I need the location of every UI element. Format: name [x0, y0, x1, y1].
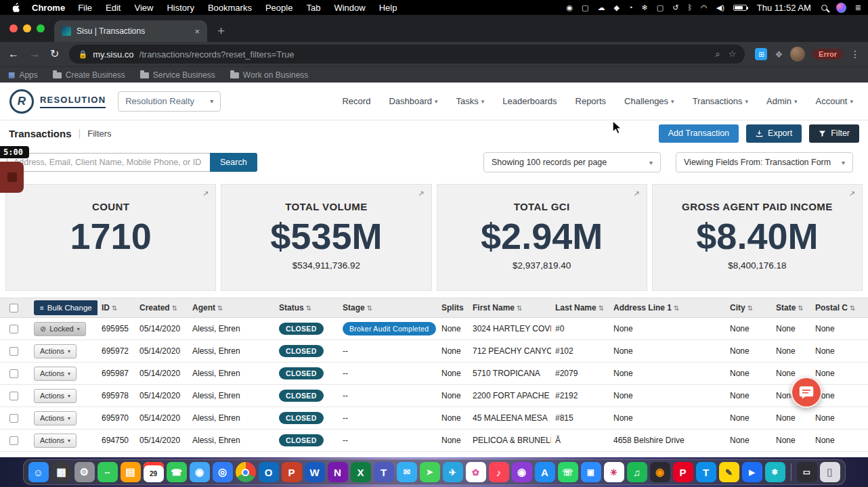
- dock-photos-icon[interactable]: ✿: [466, 462, 486, 482]
- row-actions-button[interactable]: Actions ▾: [34, 344, 77, 358]
- dock-firefox-icon[interactable]: ◉: [650, 462, 670, 482]
- menu-file[interactable]: File: [71, 3, 99, 13]
- window-minimize-button[interactable]: [23, 24, 31, 32]
- dock-screen-sharing-icon[interactable]: ▭: [797, 462, 817, 482]
- sort-icon[interactable]: ⇅: [850, 304, 855, 312]
- dock-mail-icon[interactable]: ✉: [397, 462, 417, 482]
- tab-close-icon[interactable]: ×: [194, 26, 200, 37]
- menu-help[interactable]: Help: [372, 3, 404, 13]
- wifi-icon[interactable]: ◠: [701, 4, 708, 11]
- sort-icon[interactable]: ⇅: [217, 304, 223, 312]
- forward-button[interactable]: →: [29, 49, 40, 60]
- bookmark-create-business[interactable]: Create Business: [53, 70, 125, 80]
- spotlight-icon[interactable]: [821, 5, 827, 11]
- add-transaction-button[interactable]: Add Transaction: [659, 124, 739, 143]
- team-selector[interactable]: Resolution Realty ▾: [118, 91, 221, 112]
- dock-messages-icon[interactable]: •••: [97, 462, 118, 482]
- table-row[interactable]: Actions ▾ 695970 05/14/2020 Alessi, Ehre…: [0, 407, 868, 430]
- dock-launchpad-icon[interactable]: ▦: [51, 462, 72, 482]
- row-checkbox[interactable]: [9, 392, 18, 400]
- column-header-created[interactable]: Created⇅: [135, 303, 188, 312]
- column-header-first-name[interactable]: First Name⇅: [469, 303, 551, 312]
- dock-spotify-icon[interactable]: ♫: [627, 462, 647, 482]
- control-center-icon[interactable]: ≣: [855, 4, 861, 11]
- column-header-stage[interactable]: Stage⇅: [339, 303, 437, 312]
- nav-transactions[interactable]: Transactions▾: [693, 96, 748, 106]
- column-header-address-line-1[interactable]: Address Line 1⇅: [609, 303, 726, 312]
- menu-window[interactable]: Window: [327, 3, 372, 13]
- expand-icon[interactable]: ↗: [202, 189, 209, 198]
- recording-stop-button[interactable]: [0, 162, 24, 193]
- dock-camera-icon[interactable]: ▶: [742, 462, 762, 482]
- dock-finder-icon[interactable]: ☺: [28, 462, 49, 482]
- table-row[interactable]: Actions ▾ 695978 05/14/2020 Alessi, Ehre…: [0, 385, 868, 407]
- menubar-clock[interactable]: Thu 11:52 AM: [756, 3, 812, 13]
- dock-teams-icon[interactable]: T: [374, 462, 394, 482]
- row-actions-button[interactable]: Actions ▾: [34, 434, 77, 448]
- browser-tab[interactable]: Sisu | Transactions ×: [54, 20, 207, 42]
- dock-trash-icon[interactable]: ▯: [820, 462, 840, 482]
- nav-dashboard[interactable]: Dashboard▾: [389, 96, 437, 106]
- records-per-page-select[interactable]: Showing 100 records per page ▾: [483, 152, 661, 172]
- bulk-change-button[interactable]: ≡ Bulk Change: [34, 300, 97, 315]
- sort-icon[interactable]: ⇅: [112, 304, 117, 312]
- export-button[interactable]: Export: [746, 124, 802, 143]
- search-page-icon[interactable]: ⌕: [716, 49, 720, 60]
- time-machine-icon[interactable]: ↺: [672, 4, 678, 11]
- extensions-puzzle-icon[interactable]: ❖: [775, 49, 783, 60]
- table-row[interactable]: ⊘ Locked ▾ 695955 05/14/2020 Alessi, Ehr…: [0, 318, 868, 340]
- airplay-icon[interactable]: ▢: [657, 4, 664, 11]
- dock-books-icon[interactable]: ▤: [121, 462, 141, 482]
- dock-powerpoint-icon[interactable]: P: [282, 462, 302, 482]
- row-checkbox[interactable]: [9, 369, 18, 378]
- menu-people[interactable]: People: [259, 3, 299, 13]
- sort-icon[interactable]: ⇅: [517, 304, 522, 312]
- dock-slack-icon[interactable]: ✳: [604, 462, 624, 482]
- column-header-city[interactable]: City⇅: [726, 303, 772, 312]
- apple-logo-icon[interactable]: [7, 3, 26, 12]
- row-checkbox[interactable]: [9, 325, 18, 333]
- menu-view[interactable]: View: [127, 3, 160, 13]
- menu-edit[interactable]: Edit: [99, 3, 127, 13]
- bookmark-service-business[interactable]: Service Business: [140, 70, 215, 80]
- column-header-postal-c[interactable]: Postal C⇅: [811, 303, 868, 312]
- column-header-state[interactable]: State⇅: [772, 303, 811, 312]
- row-actions-button[interactable]: Actions ▾: [34, 411, 77, 425]
- table-row[interactable]: Actions ▾ 695987 05/14/2020 Alessi, Ehre…: [0, 363, 868, 385]
- dropbox-icon[interactable]: ◆: [613, 4, 619, 11]
- sort-icon[interactable]: ⇅: [306, 304, 311, 312]
- screen-recording-icon[interactable]: ◉: [566, 4, 573, 11]
- column-header-agent[interactable]: Agent⇅: [188, 303, 275, 312]
- row-checkbox[interactable]: [9, 436, 18, 445]
- extension-blue-icon[interactable]: ⊞: [755, 48, 767, 60]
- column-header-id[interactable]: ID⇅: [97, 303, 135, 312]
- dock-telegram-icon[interactable]: ✈: [443, 462, 463, 482]
- dock-webex-icon[interactable]: ❄: [765, 462, 785, 482]
- dock-podcasts-icon[interactable]: ◉: [512, 462, 532, 482]
- row-actions-button[interactable]: Actions ▾: [34, 367, 77, 381]
- window-close-button[interactable]: [9, 24, 18, 32]
- menu-tab[interactable]: Tab: [299, 3, 327, 13]
- siri-icon[interactable]: [836, 3, 846, 13]
- dock-outlook-icon[interactable]: O: [259, 462, 279, 482]
- expand-icon[interactable]: ↗: [849, 189, 855, 198]
- sort-icon[interactable]: ⇅: [599, 304, 604, 312]
- sort-icon[interactable]: ⇅: [367, 304, 372, 312]
- back-button[interactable]: ←: [8, 49, 19, 60]
- dock-notes-icon[interactable]: ✎: [719, 462, 739, 482]
- row-actions-button[interactable]: ⊘ Locked ▾: [34, 322, 86, 336]
- expand-icon[interactable]: ↗: [418, 189, 424, 198]
- column-header-splits[interactable]: Splits: [437, 303, 469, 312]
- dock-music-icon[interactable]: ♪: [489, 462, 509, 482]
- dock-chrome-icon[interactable]: [236, 462, 256, 482]
- nav-leaderboards[interactable]: Leaderboards: [502, 96, 557, 106]
- bookmark-apps[interactable]: ▦Apps: [8, 70, 38, 80]
- nav-account[interactable]: Account▾: [815, 96, 853, 106]
- dock-onenote-icon[interactable]: N: [328, 462, 348, 482]
- search-input[interactable]: [7, 153, 210, 172]
- sort-icon[interactable]: ⇅: [172, 304, 177, 312]
- expand-icon[interactable]: ↗: [634, 189, 640, 198]
- sort-icon[interactable]: ⇅: [674, 304, 679, 312]
- select-all-checkbox[interactable]: [9, 304, 18, 312]
- nav-reports[interactable]: Reports: [576, 96, 607, 106]
